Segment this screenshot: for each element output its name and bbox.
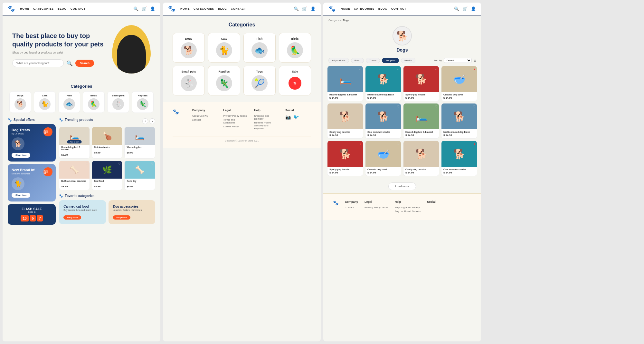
- heart-icon-4[interactable]: ♡: [118, 162, 121, 165]
- fav-cat-canned-btn[interactable]: Shop Now: [63, 215, 81, 220]
- product-card-1[interactable]: 🍗 ♡ Chicken treats $8.99: [92, 127, 123, 159]
- cart-icon-3[interactable]: 🛒: [462, 6, 468, 11]
- product-card-3[interactable]: 🦴 ♡ Buff raw-meat crackers $8.99: [59, 161, 90, 190]
- heart-icon-3[interactable]: ♡: [86, 162, 88, 165]
- footer-about-link[interactable]: About Us FAQ: [192, 114, 217, 117]
- listing-product-1[interactable]: 🐕 ♡ Multi coloured dog leash $ 14.99: [365, 66, 401, 101]
- footer-terms-link[interactable]: Terms and Conditions: [223, 118, 248, 124]
- grid-view-icon[interactable]: ≡: [474, 58, 476, 63]
- footer-p-brand[interactable]: Buy our Brand Secrets: [395, 210, 421, 213]
- fav-cat-canned[interactable]: Canned cat food Buy canned tuna and much…: [59, 200, 106, 224]
- footer-p-contact[interactable]: Contact: [345, 206, 358, 209]
- nav-blog-link-2[interactable]: BLOG: [218, 7, 227, 10]
- tab-health[interactable]: Health: [401, 58, 415, 63]
- footer-returns-link[interactable]: Returns Policy Security and Payment: [254, 121, 279, 130]
- cat-grid-dogs[interactable]: Dogs 🐕: [173, 33, 205, 63]
- cat-grid-cats[interactable]: Cats 🐈: [208, 33, 240, 63]
- instagram-icon[interactable]: 📷: [285, 114, 291, 120]
- listing-heart-3[interactable]: ♥: [474, 67, 476, 71]
- search-icon-3[interactable]: 🔍: [454, 6, 459, 11]
- prev-arrow[interactable]: ‹: [142, 118, 148, 124]
- listing-heart-10[interactable]: ♡: [435, 142, 438, 146]
- tab-treats[interactable]: Treats: [366, 58, 380, 63]
- fav-cat-accessories-btn[interactable]: Shop Now: [113, 215, 130, 220]
- user-icon[interactable]: 👤: [150, 6, 155, 11]
- cat-grid-fish[interactable]: Fish 🐟: [243, 33, 276, 63]
- nav-categories-link-2[interactable]: CATEGORIES: [194, 7, 214, 10]
- nav-home-link-2[interactable]: HOME: [180, 7, 190, 10]
- listing-heart-11[interactable]: ♥: [474, 142, 476, 146]
- tab-supplies[interactable]: Supplies: [382, 58, 399, 63]
- nav-home-link-3[interactable]: HOME: [341, 7, 350, 10]
- cart-icon[interactable]: 🛒: [142, 6, 147, 11]
- nav-contact-link-3[interactable]: CONTACT: [391, 7, 406, 10]
- listing-product-11[interactable]: 🐕 ♥ Cool summer shades $ 14.99: [441, 141, 477, 176]
- nav-categories-link-3[interactable]: CATEGORIES: [354, 7, 374, 10]
- product-card-5[interactable]: 🦴 ♡ Bone toy $8.99: [124, 161, 155, 190]
- cat-card-reptiles[interactable]: Reptiles 🦎: [132, 91, 154, 113]
- listing-product-8[interactable]: 🐕 ♥ Sporty pup hoodie $ 14.99: [327, 141, 363, 176]
- listing-heart-1[interactable]: ♡: [397, 67, 400, 71]
- nav-blog-link[interactable]: BLOG: [58, 7, 67, 10]
- cat-card-birds[interactable]: Birds 🦜: [83, 91, 105, 113]
- cart-icon-2[interactable]: 🛒: [302, 6, 307, 11]
- cat-card-small-pets[interactable]: Small pets 🐇: [107, 91, 129, 113]
- listing-heart-5[interactable]: ♡: [397, 105, 400, 108]
- cat-card-cats[interactable]: Cats 🐈: [34, 91, 56, 113]
- product-card-0[interactable]: 🛏️ Add to cart Heated dog bed & blanket …: [59, 127, 90, 159]
- listing-product-6[interactable]: 🛏️ ♡ Heated dog bed & blanket $ 14.99: [403, 103, 439, 139]
- product-card-4[interactable]: 🌿 ♡ Bird feed $8.99: [92, 161, 123, 190]
- footer-shipping-link[interactable]: Shipping and Delivery: [254, 114, 279, 120]
- nav-blog-link-3[interactable]: BLOG: [378, 7, 387, 10]
- footer-cookie-link[interactable]: Cookie Policy: [223, 125, 248, 128]
- add-to-cart-0[interactable]: Add to cart: [67, 140, 82, 143]
- search-input[interactable]: [12, 59, 64, 67]
- listing-heart-8[interactable]: ♥: [360, 142, 362, 146]
- breadcrumb-categories[interactable]: Categories: [328, 19, 341, 22]
- listing-heart-2[interactable]: ♡: [435, 67, 438, 71]
- listing-product-0[interactable]: 🛏️ ♡ Heated dog bed & blanket $ 14.99: [327, 66, 363, 101]
- cat-card-fish[interactable]: Fish 🐟: [58, 91, 80, 113]
- user-icon-2[interactable]: 👤: [310, 6, 316, 11]
- listing-product-10[interactable]: 🐕 ♡ Comfy dog cushion $ 14.99: [403, 141, 439, 176]
- offer-2-shop-btn[interactable]: Shop Now: [12, 193, 30, 198]
- heart-icon-5[interactable]: ♡: [151, 162, 154, 165]
- footer-p-privacy[interactable]: Privacy Policy Terms: [365, 206, 388, 209]
- nav-home-link[interactable]: HOME: [20, 7, 29, 10]
- footer-contact-link[interactable]: Contact: [192, 118, 217, 121]
- listing-heart-7[interactable]: ♡: [473, 105, 476, 108]
- listing-heart-6[interactable]: ♡: [435, 105, 438, 108]
- product-card-2[interactable]: 🛏️ ♡ Warm dog bed $8.99: [124, 127, 155, 159]
- search-icon-2[interactable]: 🔍: [294, 6, 299, 11]
- nav-categories-link[interactable]: CATEGORIES: [33, 7, 54, 10]
- nav-contact-link-2[interactable]: CONTACT: [231, 7, 246, 10]
- cat-grid-sale[interactable]: Sale %: [279, 66, 311, 95]
- search-icon[interactable]: 🔍: [133, 6, 138, 11]
- load-more-button[interactable]: Load more: [388, 182, 416, 190]
- listing-product-9[interactable]: 🥣 ♡ Ceramic dog bowl $ 14.99: [365, 141, 401, 176]
- listing-product-2[interactable]: 🐕 ♡ Sporty pup hoodie $ 14.99: [403, 66, 439, 101]
- listing-product-7[interactable]: 🐕 ♡ Multi coloured dog leash $ 14.99: [441, 103, 477, 139]
- footer-privacy-link[interactable]: Privacy Policy Terms: [223, 114, 248, 117]
- search-button[interactable]: Search: [75, 60, 94, 67]
- listing-heart-9[interactable]: ♡: [397, 142, 400, 146]
- cat-grid-birds[interactable]: Birds 🦜: [279, 33, 311, 63]
- listing-heart-0[interactable]: ♡: [359, 67, 362, 71]
- listing-heart-4[interactable]: ♡: [359, 105, 362, 108]
- tab-food[interactable]: Food: [351, 58, 364, 63]
- cat-grid-reptiles[interactable]: Reptiles 🦎: [208, 66, 240, 95]
- heart-icon-1[interactable]: ♡: [118, 128, 121, 132]
- cat-card-dogs[interactable]: Dogs 🐕: [9, 91, 31, 113]
- fav-cat-accessories[interactable]: Dog accessories Leashes, Collars, Harnes…: [109, 200, 155, 224]
- user-icon-3[interactable]: 👤: [471, 6, 476, 11]
- next-arrow[interactable]: ›: [149, 118, 155, 124]
- sort-select[interactable]: Default Price: Low to High Price: High t…: [444, 58, 472, 63]
- cat-grid-toys[interactable]: Toys 🎾: [243, 66, 276, 95]
- listing-product-5[interactable]: 🐕 ♡ Cool summer shades $ 14.99: [365, 103, 401, 139]
- twitter-icon[interactable]: 🐦: [293, 114, 299, 120]
- offer-1-shop-btn[interactable]: Shop Now: [12, 153, 30, 158]
- footer-p-shipping[interactable]: Shipping and Delivery: [395, 206, 421, 209]
- listing-product-3[interactable]: 🥣 ♥ Ceramic dog bowl $ 14.99: [441, 66, 477, 101]
- listing-product-4[interactable]: 🐕 ♡ Comfy dog cushion $ 14.99: [327, 103, 363, 139]
- cat-grid-small-pets[interactable]: Small pets 🐇: [173, 66, 205, 95]
